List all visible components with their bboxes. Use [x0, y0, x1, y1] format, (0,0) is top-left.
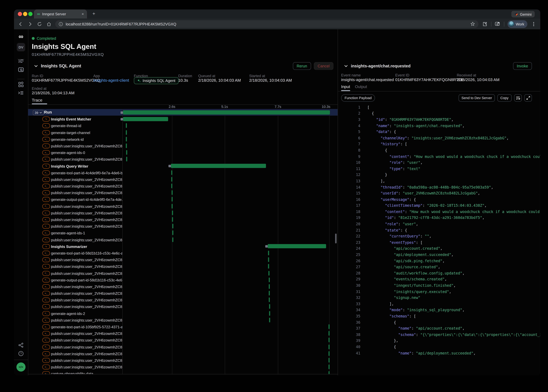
bookmark-star-icon[interactable] — [470, 21, 475, 26]
function-payload-dropdown[interactable]: Function Payload — [341, 94, 375, 102]
span-tick[interactable] — [172, 190, 173, 195]
help-icon[interactable]: ? — [18, 351, 23, 356]
span-tick[interactable] — [172, 210, 173, 215]
span-tick[interactable] — [269, 291, 270, 295]
close-tab-icon[interactable]: × — [82, 12, 84, 16]
run-count-badge[interactable]: 39 — [33, 110, 43, 115]
copy-button[interactable]: Copy — [497, 94, 512, 102]
minimize-window-button[interactable] — [23, 12, 27, 16]
span-tick[interactable] — [172, 204, 173, 208]
span-bar[interactable] — [123, 117, 168, 121]
trace-row[interactable]: >_generate-text-part-id-105bf925-5722-43… — [28, 323, 338, 330]
function-pill[interactable]: Insights SQL Agent — [134, 77, 178, 84]
trace-row[interactable]: >_generate-output-part-id-4c4de9f0-6e7a-… — [28, 196, 338, 203]
trace-row[interactable]: >_publish:user:insights:user_2VH6zowmhZC… — [28, 317, 338, 323]
trace-row[interactable]: >_publish:user:insights:user_2VH6zowmhZC… — [28, 297, 338, 303]
trace-row[interactable]: ∿Insights Event Matcher — [28, 116, 338, 122]
extensions-icon[interactable] — [482, 21, 488, 27]
span-tick[interactable] — [171, 177, 172, 182]
span-tick[interactable] — [126, 123, 127, 128]
trace-row[interactable]: >_generate-tool-part-id-4c4de9f0-6e7a-4d… — [28, 169, 338, 176]
span-tick[interactable] — [126, 157, 127, 161]
span-bar[interactable] — [123, 110, 330, 114]
trace-row[interactable]: >_publish:user:insights:user_2VH6zowmhZC… — [28, 189, 338, 196]
app-link[interactable]: insights-agent-client — [93, 78, 129, 83]
browser-tab[interactable]: ∞ Inngest Server × — [34, 9, 87, 19]
apps-icon[interactable] — [18, 82, 24, 87]
tab-trace[interactable]: Trace — [32, 98, 42, 103]
trace-row[interactable]: >_generate-tool-part-id-58d1b116-c53c-4e… — [28, 250, 338, 256]
span-bar[interactable] — [171, 164, 266, 168]
new-tab-button[interactable]: + — [91, 11, 97, 17]
span-tick[interactable] — [328, 338, 329, 342]
trace-row[interactable]: >_publish:user:insights:user_2VH6zowmhZC… — [28, 350, 338, 357]
event-panel-header[interactable]: insights-agent/chat.requested — [344, 63, 411, 69]
payload-code-viewer[interactable]: 1[2{3"id": "01KHRMF63Y7AHK7EKFQGN8RTDE",… — [338, 103, 540, 375]
span-tick[interactable] — [172, 231, 173, 235]
span-tick[interactable] — [269, 318, 270, 322]
trace-row[interactable]: >_publish:user:insights:user_2VH6zowmhZC… — [28, 263, 338, 270]
span-tick[interactable] — [269, 278, 270, 282]
span-tick[interactable] — [172, 217, 173, 222]
gemini-button[interactable]: Gemini — [511, 11, 535, 17]
span-tick[interactable] — [328, 351, 329, 356]
span-tick[interactable] — [171, 170, 172, 175]
trace-row[interactable]: >_publish:user:insights:user_2VH6zowmhZC… — [28, 203, 338, 210]
span-tick[interactable] — [269, 298, 270, 302]
trace-row[interactable]: >_publish:user:insights:user_2VH6zowmhZC… — [28, 270, 338, 276]
zoom-window-button[interactable] — [28, 12, 33, 16]
tab-output[interactable]: Output — [355, 84, 367, 89]
runs-list-icon[interactable] — [18, 59, 24, 63]
invoke-button[interactable]: Invoke — [513, 62, 532, 70]
span-tick[interactable] — [269, 311, 270, 315]
cancel-button[interactable]: Cancel — [314, 62, 333, 70]
span-tick[interactable] — [328, 324, 329, 329]
trace-row[interactable]: >_generate-thread-id — [28, 122, 338, 129]
trace-row[interactable]: >_generate-target-channel — [28, 129, 338, 136]
trace-row[interactable]: >_publish:user:insights:user_2VH6zowmhZC… — [28, 216, 338, 223]
trace-row[interactable]: >_generate-agent-ids-0 — [28, 149, 338, 156]
trace-row[interactable]: >_publish:user:insights:user_2VH6zowmhZC… — [28, 210, 338, 216]
span-tick[interactable] — [329, 371, 330, 374]
trace-row[interactable]: >_publish:user:insights:user_2VH6zowmhZC… — [28, 283, 338, 290]
rerun-button[interactable]: Rerun — [293, 62, 311, 70]
trace-row[interactable]: >_publish:user:insights:user_2VH6zowmhZC… — [28, 330, 338, 337]
trace-row[interactable]: >_generate-agent-ids-2 — [28, 310, 338, 317]
functions-icon[interactable] — [18, 90, 24, 95]
trace-run-row[interactable]: 39 Run — [28, 109, 338, 116]
span-tick[interactable] — [269, 304, 270, 309]
profile-chip[interactable]: Work — [507, 20, 527, 28]
trace-row[interactable]: >_publish:user:insights:user_2VH6zowmhZC… — [28, 357, 338, 364]
trace-row[interactable]: ∿Insights Query Writer — [28, 163, 338, 169]
trace-row[interactable]: >_publish:user:insights:user_2VH6zowmhZC… — [28, 364, 338, 370]
back-icon[interactable] — [17, 21, 24, 27]
span-tick[interactable] — [126, 150, 127, 155]
address-bar[interactable]: localhost:8288/run?runID=01KHRMF677RJPPH… — [55, 20, 478, 28]
home-icon[interactable] — [46, 21, 52, 27]
expand-button[interactable] — [524, 94, 532, 102]
span-tick[interactable] — [126, 130, 127, 134]
trace-row[interactable]: >_capture-observability-data — [28, 370, 338, 374]
send-to-dev-server-button[interactable]: Send to Dev Server — [459, 94, 495, 102]
trace-row[interactable]: >_publish:user:insights:user_2VH6zowmhZC… — [28, 156, 338, 163]
span-tick[interactable] — [126, 137, 127, 141]
span-tick[interactable] — [172, 224, 173, 228]
trace-row[interactable]: >_generate-network-id — [28, 136, 338, 142]
run-panel-header[interactable]: Insights SQL Agent — [34, 63, 81, 69]
trace-row[interactable]: >_publish:user:insights:user_2VH6zowmhZC… — [28, 223, 338, 230]
trace-row[interactable]: >_publish:user:insights:user_2VH6zowmhZC… — [28, 343, 338, 350]
span-bar[interactable] — [268, 244, 326, 248]
trace-row[interactable]: ∿Insights Summarizer — [28, 243, 338, 250]
trace-row[interactable]: >_publish:user:insights:user_2VH6zowmhZC… — [28, 303, 338, 310]
span-tick[interactable] — [328, 365, 329, 369]
menu-kebab-icon[interactable] — [531, 21, 537, 27]
span-tick[interactable] — [268, 257, 269, 262]
span-tick[interactable] — [268, 271, 269, 275]
trace-row[interactable]: >_generate-agent-ids-1 — [28, 230, 338, 236]
share-icon[interactable] — [18, 343, 23, 348]
tab-search-icon[interactable] — [494, 21, 501, 27]
span-tick[interactable] — [172, 237, 173, 242]
word-wrap-button[interactable] — [514, 94, 522, 102]
span-tick[interactable] — [328, 358, 329, 362]
trace-row[interactable]: >_generate-output-part-id-58d1b116-c53c-… — [28, 276, 338, 283]
